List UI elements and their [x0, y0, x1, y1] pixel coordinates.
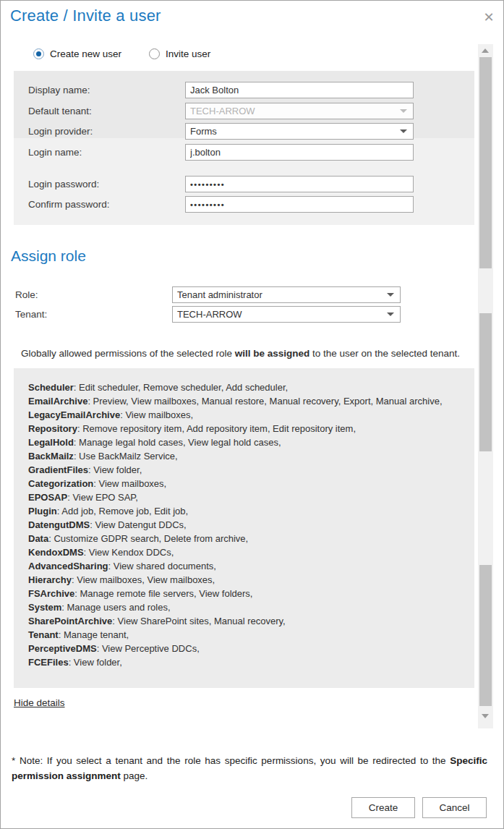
permissions-panel: Scheduler: Edit scheduler, Remove schedu…	[14, 368, 474, 688]
login-name-input[interactable]	[185, 144, 414, 161]
permission-line: EmailArchive: Preview, View mailboxes, M…	[28, 394, 460, 408]
create-button[interactable]: Create	[351, 797, 415, 818]
permission-line: PerceptiveDMS: View Perceptive DDCs,	[28, 642, 460, 655]
hide-details-link[interactable]: Hide details	[14, 697, 65, 708]
tenant-select[interactable]: TECH-ARROW	[172, 306, 401, 323]
role-info-text: Globally allowed permissions of the sele…	[21, 348, 477, 359]
note-suffix: page.	[121, 770, 148, 781]
permission-line: System: Manage users and roles,	[28, 600, 460, 614]
permission-line: LegalHold: Manage legal hold cases, View…	[28, 435, 460, 449]
chevron-down-icon	[387, 313, 394, 316]
default-tenant-value: TECH-ARROW	[190, 106, 255, 116]
role-info-bold: will be assigned	[235, 348, 310, 359]
radio-option[interactable]: Invite user	[149, 48, 210, 59]
tenant-value: TECH-ARROW	[177, 309, 242, 320]
chevron-down-icon	[400, 129, 407, 133]
permission-line: Repository: Remove repository item, Add …	[28, 422, 460, 435]
create-invite-user-dialog: Create / Invite a user ✕ Create new user…	[0, 0, 504, 829]
role-select[interactable]: Tenant administrator	[172, 286, 401, 303]
display-name-label: Display name:	[28, 85, 185, 95]
login-provider-select[interactable]: Forms	[185, 123, 414, 140]
user-mode-radio-group: Create new userInvite user	[33, 48, 210, 59]
login-provider-value: Forms	[190, 126, 217, 137]
display-name-input[interactable]	[185, 82, 414, 98]
scroll-down-icon[interactable]	[482, 714, 489, 718]
chevron-down-icon	[400, 109, 407, 113]
note-text: * Note: If you select a tenant and the r…	[12, 753, 487, 783]
permission-line: Plugin: Add job, Remove job, Edit job,	[28, 504, 460, 518]
tenant-label: Tenant:	[15, 309, 172, 320]
login-name-label: Login name:	[28, 147, 185, 158]
permission-line: GradientFiles: View folder,	[28, 463, 460, 477]
permission-line: Data: Customize GDPR search, Delete from…	[28, 532, 460, 545]
scrollbar-thumb[interactable]	[479, 313, 492, 451]
permission-line: LegacyEmailArchive: View mailboxes,	[28, 408, 460, 422]
note-prefix: * Note: If you select a tenant and the r…	[12, 755, 450, 766]
role-info-prefix: Globally allowed permissions of the sele…	[21, 348, 235, 359]
permission-line: KendoxDMS: View Kendox DDCs,	[28, 545, 460, 559]
role-info-suffix: to the user on the selected tenant.	[309, 348, 460, 359]
scrollbar-thumb[interactable]	[479, 57, 492, 268]
login-provider-label: Login provider:	[28, 126, 185, 137]
radio-icon[interactable]	[149, 48, 160, 59]
radio-icon[interactable]	[33, 48, 44, 59]
permission-line: BackMailz: Use BackMailz Service,	[28, 449, 460, 463]
chevron-down-icon	[387, 293, 394, 297]
permission-line: Categorization: View mailboxes,	[28, 477, 460, 490]
role-value: Tenant administrator	[177, 289, 262, 300]
dialog-title: Create / Invite a user	[10, 7, 161, 25]
scroll-up-icon[interactable]	[482, 48, 489, 53]
vertical-scrollbar[interactable]	[478, 44, 493, 728]
role-label: Role:	[15, 289, 172, 300]
cancel-button[interactable]: Cancel	[422, 797, 487, 818]
confirm-password-input[interactable]	[185, 196, 414, 213]
radio-option[interactable]: Create new user	[33, 48, 121, 59]
confirm-password-label: Confirm password:	[28, 199, 185, 210]
permission-line: FSArchive: Manage remote file servers, V…	[28, 587, 460, 600]
assign-role-heading: Assign role	[11, 247, 86, 265]
permission-line: SharePointArchive: View SharePoint sites…	[28, 614, 460, 628]
permission-line: AdvancedSharing: View shared documents,	[28, 559, 460, 573]
permission-line: EPOSAP: View EPO SAP,	[28, 490, 460, 504]
scrollbar-thumb[interactable]	[479, 565, 492, 706]
permission-line: FCEFiles: View folder,	[28, 655, 460, 669]
permission-line: Tenant: Manage tenant,	[28, 628, 460, 642]
close-icon[interactable]: ✕	[479, 8, 498, 27]
permission-line: DatengutDMS: View Datengut DDCs,	[28, 518, 460, 532]
permission-line: Scheduler: Edit scheduler, Remove schedu…	[28, 381, 460, 394]
login-password-label: Login password:	[28, 179, 185, 190]
default-tenant-select: TECH-ARROW	[185, 103, 414, 119]
user-details-panel: Display name: Default tenant: TECH-ARROW…	[14, 71, 474, 225]
default-tenant-label: Default tenant:	[28, 106, 185, 116]
radio-label: Create new user	[50, 48, 121, 59]
permission-line: Hierarchy: View mailboxes, View mailboxe…	[28, 573, 460, 587]
radio-label: Invite user	[166, 48, 210, 59]
login-password-input[interactable]	[185, 176, 414, 192]
